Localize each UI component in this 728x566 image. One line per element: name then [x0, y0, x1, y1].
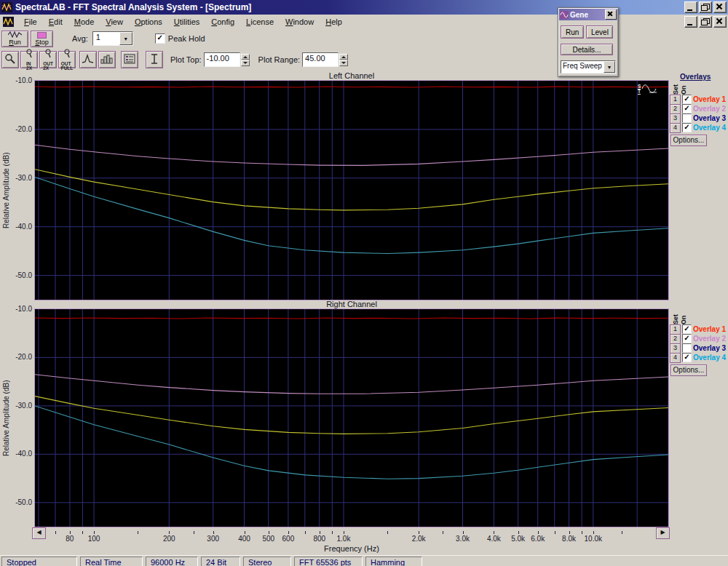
generator-level-button[interactable]: Level [586, 25, 613, 39]
x-tick [169, 531, 170, 534]
generator-run-button[interactable]: Run [561, 25, 584, 39]
overlay-3-checkbox[interactable] [682, 343, 692, 353]
x-tick [94, 531, 95, 534]
zoom-out-full-button[interactable]: OUTFULL [58, 51, 76, 68]
menu-utilities[interactable]: Utilities [168, 16, 205, 28]
peak-hold-checkbox[interactable]: ✓ [155, 33, 165, 44]
status-channels: Stereo [243, 557, 291, 566]
overlay-options-button[interactable]: Options... [670, 135, 707, 146]
generator-details-button[interactable]: Details... [561, 44, 613, 55]
overlay-3-label: Overlay 3 [693, 344, 726, 352]
y-tick-label: -10.0 [7, 76, 32, 84]
plot-range-spinner[interactable] [339, 54, 348, 66]
x-tick [538, 531, 539, 534]
child-minimize-button[interactable] [684, 16, 697, 28]
overlay-2-set-button[interactable]: 2 [670, 104, 681, 114]
generator-icon [560, 11, 569, 19]
x-tick-label: 3.0k [448, 535, 478, 543]
status-window-function: Hamming [365, 557, 422, 566]
overlay-1-checkbox[interactable]: ✓ [682, 324, 692, 334]
x-tick [555, 531, 555, 534]
display-options-button[interactable] [121, 51, 138, 68]
run-button[interactable]: Run [1, 31, 28, 47]
y-tick-label: -40.0 [7, 223, 32, 231]
chevron-down-icon[interactable]: ▼ [604, 61, 615, 73]
scroll-left-arrow[interactable]: ◀ [32, 527, 46, 539]
child-restore-button[interactable] [699, 16, 712, 28]
line-plot-button[interactable] [79, 51, 97, 68]
x-tick [70, 531, 71, 534]
bar-plot-button[interactable] [98, 51, 116, 68]
menu-help[interactable]: Help [320, 16, 348, 28]
list-settings-icon [124, 54, 135, 66]
x-tick [387, 531, 388, 534]
plot-top-label: Plot Top: [170, 55, 202, 64]
overlay-2-checkbox[interactable]: ✓ [682, 104, 692, 113]
overlay-4-set-button[interactable]: 4 [670, 123, 681, 133]
menu-mode[interactable]: Mode [68, 16, 100, 28]
zoom-in-2x-button[interactable]: IN2X [20, 51, 38, 68]
overlay-4-checkbox[interactable]: ✓ [682, 123, 692, 132]
menu-window[interactable]: Window [280, 16, 320, 28]
y-tick-label: -50.0 [7, 271, 32, 279]
overlay-2-checkbox[interactable]: ✓ [682, 334, 692, 343]
zoom-select-button[interactable] [1, 51, 19, 68]
x-tick [213, 531, 214, 534]
plot-top-field[interactable]: -10.00 [204, 52, 240, 67]
status-mode: Real Time [80, 557, 143, 566]
right-channel-plot[interactable] [35, 309, 668, 527]
marker-button[interactable] [146, 51, 163, 68]
overlay-4-label: Overlay 4 [693, 354, 726, 362]
zoom-out-2x-button[interactable]: OUT2X [39, 51, 57, 68]
overlays-header-link[interactable]: Overlays [680, 73, 727, 81]
x-tick [138, 531, 138, 534]
overlay-1-set-button[interactable]: 1 [670, 95, 681, 105]
overlay-2-set-button[interactable]: 2 [670, 334, 681, 344]
generator-close-icon[interactable] [605, 9, 617, 20]
minimize-button[interactable] [684, 1, 697, 13]
scroll-right-arrow[interactable]: ▶ [656, 527, 670, 539]
generator-mode-dropdown[interactable]: Freq Sweep ▼ [561, 60, 616, 73]
overlay-3-set-button[interactable]: 3 [670, 343, 681, 354]
avg-label: Avg: [72, 34, 88, 43]
plot-top-spinner[interactable] [241, 54, 250, 66]
restore-button[interactable] [699, 1, 712, 13]
menu-file[interactable]: File [18, 16, 43, 28]
chevron-down-icon[interactable]: ▼ [119, 32, 132, 45]
overlay-4-set-button[interactable]: 4 [670, 353, 681, 363]
left-y-axis-title: Relative Amplitude (dB) [2, 81, 11, 300]
i-beam-icon [149, 53, 160, 67]
sine-wave-icon [641, 83, 657, 96]
x-tick [55, 531, 56, 534]
menu-view[interactable]: View [100, 16, 129, 28]
close-button[interactable] [713, 1, 727, 13]
magnifier-icon [26, 49, 32, 61]
overlay-1-checkbox[interactable]: ✓ [682, 95, 692, 104]
avg-dropdown[interactable]: 1 ▼ [92, 31, 133, 46]
menu-config[interactable]: Config [205, 16, 240, 28]
overlay-3-checkbox[interactable] [682, 113, 692, 123]
overlay-3-set-button[interactable]: 3 [670, 113, 681, 124]
x-tick-label: 100 [79, 535, 108, 543]
set-column-label: Set [672, 81, 679, 95]
status-bar: Stopped Real Time 96000 Hz 24 Bit Stereo… [0, 555, 728, 566]
menu-options[interactable]: Options [129, 16, 168, 28]
overlay-row: 3 Overlay 3 [670, 343, 727, 353]
x-tick [463, 531, 464, 534]
x-tick [305, 531, 306, 534]
child-close-button[interactable] [713, 16, 727, 28]
overlay-2-label: Overlay 2 [693, 335, 726, 343]
left-channel-plot[interactable] [35, 81, 668, 300]
menu-edit[interactable]: Edit [43, 16, 68, 28]
generator-title-bar: Gene [559, 9, 617, 20]
generator-mode-value: Freq Sweep [561, 61, 604, 73]
overlay-options-button[interactable]: Options... [670, 364, 707, 376]
plot-range-field[interactable]: 45.00 [302, 52, 339, 67]
generator-title: Gene [570, 11, 605, 19]
overlay-4-checkbox[interactable]: ✓ [682, 353, 692, 362]
app-window: SpectraLAB - FFT Spectral Analysis Syste… [0, 0, 728, 566]
menu-license[interactable]: License [240, 16, 280, 28]
stop-button[interactable]: Stop [31, 31, 53, 47]
x-tick-label: 2.0k [404, 535, 433, 543]
overlay-1-set-button[interactable]: 1 [670, 324, 681, 335]
